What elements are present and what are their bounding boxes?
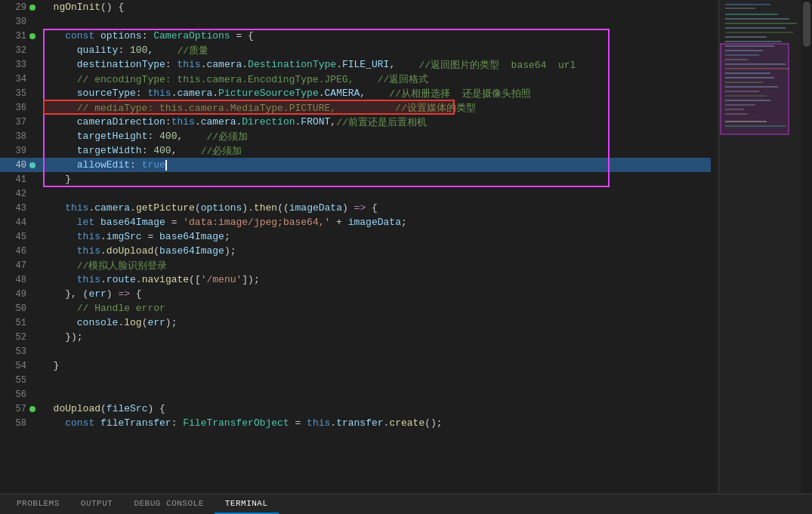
code-line-32: quality: 100, //质量 [42,43,711,57]
code-token [42,245,77,257]
scrollbar-thumb[interactable] [803,2,810,47]
svg-rect-14 [725,63,786,65]
line-number: 43 [11,203,26,214]
code-token: ). [242,202,254,214]
gutter-empty [29,306,36,312]
code-token: , [171,145,201,156]
code-token: 'data:image/jpeg;base64,' [183,217,330,228]
gutter-empty [29,191,36,197]
tab-terminal[interactable]: TERMINAL [215,494,279,514]
code-token: base64Image [159,231,224,242]
code-line-37: cameraDirection:this.camera.Direction.FR… [42,115,711,129]
svg-rect-21 [725,95,767,97]
code-token: DestinationType [248,59,336,70]
code-token: ) [107,288,119,300]
code-token: . [88,202,94,214]
line-number: 49 [11,289,26,300]
code-token: sourceType [77,88,136,99]
code-token: = { [230,30,254,42]
gutter-row: 30 [0,14,42,29]
code-token: (( [277,202,289,214]
code-line-57: doUpload(fileSrc) { [42,402,711,416]
code-token: ); [224,245,236,257]
line-number: 46 [11,246,26,257]
svg-rect-15 [725,68,789,69]
tab-debug-console[interactable]: DEBUG CONSOLE [123,494,214,514]
code-token: this [177,59,200,70]
breakpoint-dot-active [29,162,36,168]
gutter-empty [29,177,36,183]
code-token: 100 [130,45,147,56]
code-token: destinationType [77,59,165,70]
code-token: options [100,30,142,42]
gutter-empty [29,291,36,297]
gutter-empty [29,377,36,383]
code-token: () { [100,2,124,13]
code-token: camera [177,88,212,99]
gutter-empty [29,420,36,426]
code-token: ; [224,231,230,242]
code-token: const [65,417,100,429]
code-line-38: targetHeight: 400, //必须加 [42,129,711,143]
code-token: : [165,116,171,128]
line-number: 51 [11,318,26,328]
gutter-row: 48 [0,272,42,287]
line-number: 56 [11,389,26,400]
svg-rect-10 [725,45,774,47]
svg-rect-6 [725,27,786,29]
gutter-row: 54 [0,359,42,373]
code-token: fileTransfer [100,417,171,429]
code-token: . [100,274,107,285]
line-number: 44 [11,217,26,228]
code-token: then [254,202,277,214]
code-token: . [319,88,325,99]
code-line-41: } [42,172,711,186]
line-number: 29 [11,2,26,13]
gutter-row: 41 [0,172,42,186]
line-number: 54 [11,361,26,371]
gutter-row: 56 [0,387,42,402]
code-token [42,403,54,414]
code-token: : [165,59,178,70]
svg-rect-24 [725,109,744,110]
scrollbar[interactable] [801,0,812,494]
code-token: base64Image [159,245,224,257]
code-token: ( [153,245,159,257]
code-token [42,174,65,185]
code-token: ) [342,202,354,214]
svg-rect-19 [725,86,778,88]
editor-container: 29 30 31 32 33 [0,0,812,514]
code-token: ngOnInit [42,2,100,13]
code-token: CAMERA [325,88,360,99]
code-token: , [330,116,336,128]
gutter-row: 37 [0,115,42,129]
tab-problems[interactable]: PROBLEMS [6,494,70,514]
line-number: 50 [11,303,26,314]
code-token [42,217,77,228]
code-token: . [130,202,136,214]
code-token: imageData [348,217,401,228]
code-token: let [77,217,100,228]
code-token: log [124,317,141,328]
svg-rect-3 [725,14,778,15]
code-line-34: // encodingType: this.camera.EncodingTyp… [42,72,711,86]
code-token [42,159,77,171]
gutter-empty [29,248,36,254]
svg-rect-16 [725,72,770,74]
code-token: // encodingType: this.camera.EncodingTyp… [42,72,428,86]
line-number: 45 [11,232,26,242]
svg-rect-26 [725,121,767,122]
code-token: : [142,145,154,156]
tab-output[interactable]: OUTPUT [70,494,124,514]
svg-rect-1 [725,4,770,5]
code-token [42,202,65,214]
code-line-54: } [42,359,711,373]
code-token: //从相册选择 还是摄像头拍照 [389,87,530,100]
code-token: this [77,274,100,285]
code-token: this [65,202,88,214]
code-token: FileTransferObject [183,417,289,429]
code-line-36: // mediaType: this.camera.MediaType.PICT… [42,100,711,115]
gutter-row: 50 [0,301,42,315]
code-editor[interactable]: ngOnInit() { const options: CameraOption… [42,0,718,494]
code-token: //必须加 [206,130,248,143]
